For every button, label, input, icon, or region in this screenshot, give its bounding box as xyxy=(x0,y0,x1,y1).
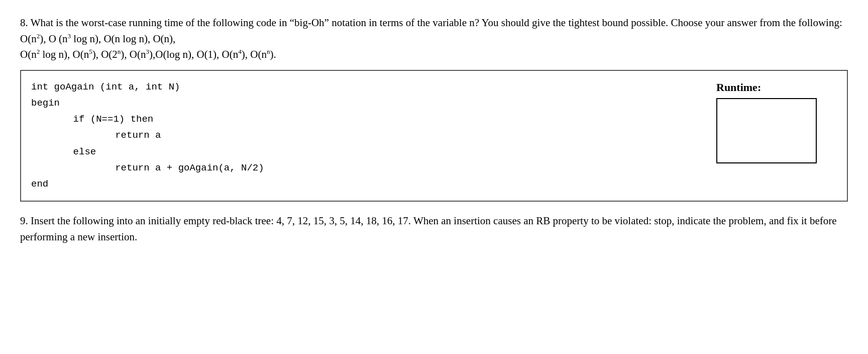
q8-text-part9: ). xyxy=(270,48,276,60)
q9-text: Insert the following into an initially e… xyxy=(20,215,837,243)
code-line-2: begin xyxy=(31,95,264,111)
code-line-7: end xyxy=(31,176,264,192)
question-9: 9. Insert the following into an initiall… xyxy=(20,213,848,245)
q8-text-part5: ), O(2 xyxy=(92,48,118,60)
code-line-5: else xyxy=(31,144,264,160)
question-8-text: 8. What is the worst-case running time o… xyxy=(20,15,848,63)
q8-text-part6: ), O(n xyxy=(121,48,146,60)
question-8: 8. What is the worst-case running time o… xyxy=(20,15,848,202)
code-line-4: return a xyxy=(31,127,264,143)
code-section: int goAgain (int a, int N) begin if (N==… xyxy=(31,79,264,193)
q9-number: 9. xyxy=(20,215,28,227)
q8-text-part8: ), O(n xyxy=(242,48,267,60)
q8-text-part4: log n), O(n xyxy=(40,48,89,60)
code-line-1: int goAgain (int a, int N) xyxy=(31,79,264,95)
runtime-label: Runtime: xyxy=(716,81,761,94)
code-line-3: if (N==1) then xyxy=(31,111,264,127)
q8-number: 8. xyxy=(20,17,28,29)
code-box: int goAgain (int a, int N) begin if (N==… xyxy=(20,70,848,202)
q8-text-line2: O(n xyxy=(20,48,37,60)
runtime-section: Runtime: xyxy=(716,81,817,163)
code-line-6: return a + goAgain(a, N/2) xyxy=(31,160,264,176)
runtime-answer-box[interactable] xyxy=(716,98,817,163)
question-9-text: 9. Insert the following into an initiall… xyxy=(20,213,848,245)
q8-text-part2: ), O (n xyxy=(40,33,67,45)
q8-text-part7: ),O(log n), O(1), O(n xyxy=(149,48,238,60)
q8-text-part3: log n), O(n log n), O(n), xyxy=(71,33,175,45)
